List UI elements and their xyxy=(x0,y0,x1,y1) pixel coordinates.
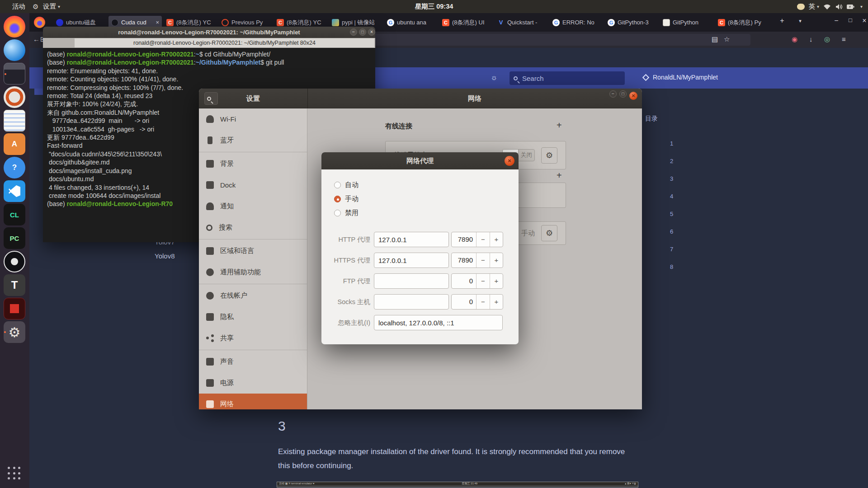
dock-item-ubuntu-software[interactable]: A xyxy=(4,133,25,155)
https-proxy-input[interactable] xyxy=(374,253,449,268)
ftp-proxy-port-value[interactable]: 0 xyxy=(452,274,476,288)
socks-host-input[interactable] xyxy=(374,294,449,310)
sidebar-item-power[interactable]: 电源 xyxy=(199,372,307,394)
toc-item[interactable]: 1 xyxy=(670,135,673,152)
toc-item[interactable]: 6 xyxy=(670,223,673,240)
new-tab-button[interactable]: + xyxy=(776,17,788,25)
terminal-titlebar[interactable]: ronald@ronald-Lenovo-Legion-R70002021: ~… xyxy=(43,27,375,38)
browser-tab[interactable]: GERROR: No xyxy=(550,16,603,29)
sidebar-item-region-language[interactable]: 区域和语言 xyxy=(199,240,307,262)
proxy-dialog-titlebar[interactable]: 网络代理 × xyxy=(321,152,519,169)
pocket-icon[interactable]: ◉ xyxy=(792,35,797,43)
menu-hamburger-icon[interactable]: ≡ xyxy=(842,35,846,43)
toc-item[interactable]: 7 xyxy=(670,240,673,258)
terminal-close-button[interactable]: × xyxy=(368,28,375,36)
account-icon[interactable]: ◎ xyxy=(824,35,830,43)
proxy-dialog-close-button[interactable]: × xyxy=(505,156,514,166)
add-wired-connection-button[interactable]: + xyxy=(557,120,562,131)
wifi-icon[interactable] xyxy=(823,0,831,13)
plus-button[interactable]: + xyxy=(490,295,503,309)
browser-tab[interactable]: GGitPython-3 xyxy=(605,16,658,29)
http-proxy-input[interactable] xyxy=(374,232,449,247)
toc-item[interactable]: 3 xyxy=(670,170,673,188)
sidebar-item-bluetooth[interactable]: 蓝牙 xyxy=(199,130,307,151)
ftp-proxy-input[interactable] xyxy=(374,273,449,289)
toc-item[interactable]: 5 xyxy=(670,205,673,223)
system-menu-chevron-icon[interactable]: ▾ xyxy=(859,0,863,13)
browser-tab[interactable]: C(8条消息) UI xyxy=(439,16,493,29)
reader-mode-icon[interactable]: ▤ xyxy=(712,35,718,43)
plus-button[interactable]: + xyxy=(490,232,503,247)
dock-item-help[interactable]: ? xyxy=(4,157,25,178)
terminal-minimize-button[interactable]: − xyxy=(350,28,357,36)
browser-tab[interactable]: GitPython xyxy=(660,16,713,29)
settings-maximize-button[interactable]: □ xyxy=(619,90,627,98)
add-vpn-button[interactable]: + xyxy=(557,170,562,181)
dock-item-clion[interactable]: CL xyxy=(4,204,25,225)
plus-button[interactable]: + xyxy=(490,253,503,267)
terminal-maximize-button[interactable]: □ xyxy=(359,28,366,36)
sidebar-item-search[interactable]: 搜索 xyxy=(199,217,307,238)
sidebar-item-online-accounts[interactable]: 在线帐户 xyxy=(199,285,307,306)
settings-headerbar[interactable]: 设置 网络 − □ × xyxy=(199,89,642,108)
socks-host-port-value[interactable]: 0 xyxy=(452,295,476,309)
proxy-radio-manual[interactable]: 手动 xyxy=(334,192,359,206)
sidebar-item-sharing[interactable]: 共享 xyxy=(199,328,307,349)
minus-button[interactable]: − xyxy=(476,253,489,267)
dock-item-terminal-app[interactable] xyxy=(4,63,25,84)
minus-button[interactable]: − xyxy=(476,232,489,247)
input-method-indicator[interactable]: 英 ▾ xyxy=(808,0,819,13)
dock-item-red-app[interactable] xyxy=(4,298,25,319)
tray-cat-icon[interactable] xyxy=(797,0,805,13)
dock-item-obs[interactable] xyxy=(4,251,25,272)
terminal-tab[interactable]: ronald@ronald-Lenovo-Legion-R70002021: ~… xyxy=(75,38,374,47)
clock[interactable]: 星期三 09:34 xyxy=(0,0,868,13)
minus-button[interactable]: − xyxy=(476,295,489,309)
proxy-settings-gear-icon[interactable]: ⚙ xyxy=(541,225,557,241)
bookmark-star-icon[interactable]: ☆ xyxy=(724,35,730,43)
toc-item[interactable]: 2 xyxy=(670,152,673,170)
downloads-icon[interactable]: ↓ xyxy=(809,35,813,43)
toc-item[interactable]: 4 xyxy=(670,188,673,205)
dock-item-music-app[interactable] xyxy=(4,86,25,108)
back-icon[interactable]: ← xyxy=(33,35,40,43)
show-applications-button[interactable] xyxy=(6,465,23,482)
radio-unselected-icon[interactable] xyxy=(334,210,341,216)
plus-button[interactable]: + xyxy=(490,274,503,288)
sidebar-item-privacy[interactable]: 隐私 xyxy=(199,306,307,328)
dock-item-text-editor[interactable] xyxy=(4,110,25,131)
firefox-icon[interactable] xyxy=(34,17,45,28)
browser-tab[interactable]: C(8条消息) Py xyxy=(715,16,769,29)
radio-selected-icon[interactable] xyxy=(334,196,341,202)
settings-close-button[interactable]: × xyxy=(629,92,637,100)
radio-unselected-icon[interactable] xyxy=(334,182,341,188)
sidebar-item-background[interactable]: 背景 xyxy=(199,153,307,174)
tab-close-icon[interactable]: × xyxy=(156,19,159,26)
sidebar-item-sound[interactable]: 声音 xyxy=(199,351,307,372)
ignore-hosts-input[interactable] xyxy=(374,315,503,330)
dock-item-pycharm[interactable]: PC xyxy=(4,227,25,249)
sidebar-item-dock[interactable]: Dock xyxy=(199,174,307,196)
settings-minimize-button[interactable]: − xyxy=(609,90,617,98)
dock-item-blue-messenger[interactable] xyxy=(4,39,25,61)
http-proxy-port-value[interactable]: 7890 xyxy=(452,232,476,247)
browser-close-button[interactable]: × xyxy=(859,17,868,25)
browser-tab[interactable]: VQuickstart - xyxy=(495,16,548,29)
theme-toggle-icon[interactable]: ☼ xyxy=(491,73,498,82)
repo-link[interactable]: RonaldLN/MyPamphlet xyxy=(643,74,718,81)
proxy-radio-auto[interactable]: 自动 xyxy=(334,178,359,192)
nav-item[interactable]: Yolov8 xyxy=(155,252,175,260)
browser-minimize-button[interactable]: − xyxy=(830,17,842,25)
sidebar-item-network[interactable]: 网络 xyxy=(199,394,307,409)
sidebar-item-wifi[interactable]: Wi-Fi xyxy=(199,108,307,130)
browser-tab[interactable]: Gubuntu ana xyxy=(384,16,438,29)
tab-list-chevron-icon[interactable]: ▾ xyxy=(794,18,806,24)
sidebar-item-universal-access[interactable]: 通用辅助功能 xyxy=(199,262,307,283)
https-proxy-port-value[interactable]: 7890 xyxy=(452,253,476,267)
sidebar-item-notifications[interactable]: 通知 xyxy=(199,196,307,217)
dock-item-firefox[interactable] xyxy=(4,16,25,38)
wired-settings-gear-icon[interactable]: ⚙ xyxy=(541,147,557,164)
browser-maximize-button[interactable]: □ xyxy=(844,17,856,23)
toc-item[interactable]: 8 xyxy=(670,258,673,276)
minus-button[interactable]: − xyxy=(476,274,489,288)
